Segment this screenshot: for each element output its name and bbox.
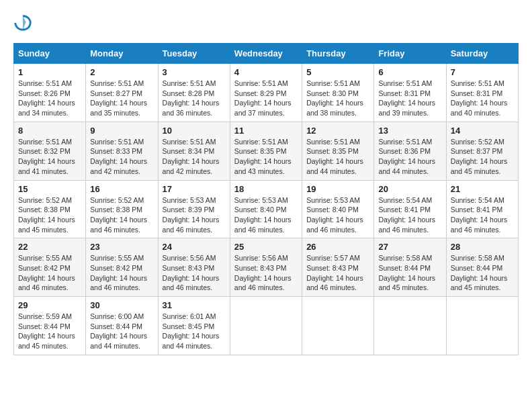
day-number: 5 — [306, 67, 369, 77]
calendar-day-cell: 23 Sunrise: 5:55 AM Sunset: 8:42 PM Dayl… — [86, 238, 158, 297]
calendar-week-row: 1 Sunrise: 5:51 AM Sunset: 8:26 PM Dayli… — [14, 64, 519, 122]
calendar-day-cell: 15 Sunrise: 5:52 AM Sunset: 8:38 PM Dayl… — [14, 180, 86, 238]
calendar-day-cell: 20 Sunrise: 5:54 AM Sunset: 8:41 PM Dayl… — [374, 180, 446, 238]
day-number: 25 — [234, 242, 298, 252]
day-info: Sunrise: 6:01 AM Sunset: 8:45 PM Dayligh… — [163, 312, 226, 351]
day-number: 7 — [451, 67, 514, 77]
day-info: Sunrise: 5:59 AM Sunset: 8:44 PM Dayligh… — [18, 312, 81, 351]
day-number: 17 — [163, 184, 226, 194]
calendar-header-row: SundayMondayTuesdayWednesdayThursdayFrid… — [14, 44, 519, 64]
day-number: 8 — [18, 126, 81, 136]
day-number: 16 — [90, 184, 153, 194]
calendar-day-cell: 21 Sunrise: 5:54 AM Sunset: 8:41 PM Dayl… — [446, 180, 518, 238]
day-number: 2 — [90, 67, 153, 77]
day-info: Sunrise: 5:53 AM Sunset: 8:40 PM Dayligh… — [306, 195, 369, 235]
day-number: 15 — [18, 184, 81, 194]
day-number: 14 — [451, 126, 514, 136]
day-number: 9 — [90, 126, 153, 136]
calendar-day-cell: 7 Sunrise: 5:51 AM Sunset: 8:31 PM Dayli… — [446, 64, 518, 122]
calendar-week-row: 29 Sunrise: 5:59 AM Sunset: 8:44 PM Dayl… — [14, 297, 519, 355]
weekday-header: Tuesday — [158, 44, 230, 64]
weekday-header: Saturday — [446, 44, 518, 64]
weekday-header: Thursday — [302, 44, 374, 64]
calendar-day-cell: 29 Sunrise: 5:59 AM Sunset: 8:44 PM Dayl… — [14, 297, 86, 355]
calendar-week-row: 22 Sunrise: 5:55 AM Sunset: 8:42 PM Dayl… — [14, 238, 519, 297]
calendar-day-cell: 27 Sunrise: 5:58 AM Sunset: 8:44 PM Dayl… — [374, 238, 446, 297]
day-number: 12 — [306, 126, 369, 136]
calendar-day-cell — [446, 297, 518, 355]
weekday-header: Sunday — [14, 44, 86, 64]
calendar-day-cell: 19 Sunrise: 5:53 AM Sunset: 8:40 PM Dayl… — [302, 180, 374, 238]
calendar-day-cell: 28 Sunrise: 5:58 AM Sunset: 8:44 PM Dayl… — [446, 238, 518, 297]
day-info: Sunrise: 5:58 AM Sunset: 8:44 PM Dayligh… — [451, 253, 514, 293]
day-info: Sunrise: 5:55 AM Sunset: 8:42 PM Dayligh… — [90, 253, 153, 293]
day-number: 11 — [234, 126, 298, 136]
day-info: Sunrise: 6:00 AM Sunset: 8:44 PM Dayligh… — [90, 312, 153, 351]
calendar-day-cell: 3 Sunrise: 5:51 AM Sunset: 8:28 PM Dayli… — [158, 64, 230, 122]
day-number: 18 — [234, 184, 298, 194]
calendar-day-cell: 18 Sunrise: 5:53 AM Sunset: 8:40 PM Dayl… — [230, 180, 302, 238]
day-info: Sunrise: 5:51 AM Sunset: 8:30 PM Dayligh… — [306, 79, 369, 118]
day-info: Sunrise: 5:51 AM Sunset: 8:32 PM Dayligh… — [18, 137, 81, 177]
day-info: Sunrise: 5:51 AM Sunset: 8:35 PM Dayligh… — [306, 137, 369, 177]
day-number: 22 — [18, 242, 81, 252]
calendar-day-cell: 17 Sunrise: 5:53 AM Sunset: 8:39 PM Dayl… — [158, 180, 230, 238]
day-number: 26 — [306, 242, 369, 252]
calendar-day-cell: 12 Sunrise: 5:51 AM Sunset: 8:35 PM Dayl… — [302, 122, 374, 180]
calendar-day-cell: 5 Sunrise: 5:51 AM Sunset: 8:30 PM Dayli… — [302, 64, 374, 122]
logo-icon — [13, 13, 32, 32]
calendar-day-cell: 2 Sunrise: 5:51 AM Sunset: 8:27 PM Dayli… — [86, 64, 158, 122]
calendar-day-cell: 30 Sunrise: 6:00 AM Sunset: 8:44 PM Dayl… — [86, 297, 158, 355]
day-info: Sunrise: 5:51 AM Sunset: 8:33 PM Dayligh… — [90, 137, 153, 177]
weekday-header: Monday — [86, 44, 158, 64]
day-info: Sunrise: 5:51 AM Sunset: 8:36 PM Dayligh… — [378, 137, 441, 177]
calendar-day-cell: 11 Sunrise: 5:51 AM Sunset: 8:35 PM Dayl… — [230, 122, 302, 180]
calendar-day-cell — [302, 297, 374, 355]
day-info: Sunrise: 5:56 AM Sunset: 8:43 PM Dayligh… — [234, 253, 298, 293]
day-info: Sunrise: 5:51 AM Sunset: 8:35 PM Dayligh… — [234, 137, 298, 177]
page-header — [13, 13, 519, 32]
day-info: Sunrise: 5:51 AM Sunset: 8:31 PM Dayligh… — [451, 79, 514, 118]
day-number: 29 — [18, 300, 81, 310]
calendar-table: SundayMondayTuesdayWednesdayThursdayFrid… — [13, 43, 519, 355]
calendar-day-cell: 9 Sunrise: 5:51 AM Sunset: 8:33 PM Dayli… — [86, 122, 158, 180]
day-number: 28 — [451, 242, 514, 252]
calendar-day-cell — [230, 297, 302, 355]
calendar-day-cell: 25 Sunrise: 5:56 AM Sunset: 8:43 PM Dayl… — [230, 238, 302, 297]
day-info: Sunrise: 5:55 AM Sunset: 8:42 PM Dayligh… — [18, 253, 81, 293]
day-number: 19 — [306, 184, 369, 194]
day-info: Sunrise: 5:51 AM Sunset: 8:29 PM Dayligh… — [234, 79, 298, 118]
calendar-week-row: 8 Sunrise: 5:51 AM Sunset: 8:32 PM Dayli… — [14, 122, 519, 180]
day-info: Sunrise: 5:51 AM Sunset: 8:27 PM Dayligh… — [90, 79, 153, 118]
day-number: 3 — [163, 67, 226, 77]
day-number: 4 — [234, 67, 298, 77]
day-info: Sunrise: 5:51 AM Sunset: 8:34 PM Dayligh… — [163, 137, 226, 177]
day-number: 20 — [378, 184, 441, 194]
calendar-day-cell: 1 Sunrise: 5:51 AM Sunset: 8:26 PM Dayli… — [14, 64, 86, 122]
day-info: Sunrise: 5:53 AM Sunset: 8:39 PM Dayligh… — [163, 195, 226, 235]
day-number: 6 — [378, 67, 441, 77]
day-info: Sunrise: 5:51 AM Sunset: 8:26 PM Dayligh… — [18, 79, 81, 118]
day-number: 23 — [90, 242, 153, 252]
calendar-day-cell: 8 Sunrise: 5:51 AM Sunset: 8:32 PM Dayli… — [14, 122, 86, 180]
day-number: 24 — [163, 242, 226, 252]
day-info: Sunrise: 5:51 AM Sunset: 8:31 PM Dayligh… — [378, 79, 441, 118]
day-info: Sunrise: 5:52 AM Sunset: 8:38 PM Dayligh… — [90, 195, 153, 235]
calendar-day-cell — [374, 297, 446, 355]
day-number: 30 — [90, 300, 153, 310]
day-info: Sunrise: 5:56 AM Sunset: 8:43 PM Dayligh… — [163, 253, 226, 293]
calendar-day-cell: 31 Sunrise: 6:01 AM Sunset: 8:45 PM Dayl… — [158, 297, 230, 355]
day-info: Sunrise: 5:53 AM Sunset: 8:40 PM Dayligh… — [234, 195, 298, 235]
day-info: Sunrise: 5:51 AM Sunset: 8:28 PM Dayligh… — [163, 79, 226, 118]
logo — [13, 13, 35, 32]
day-number: 13 — [378, 126, 441, 136]
calendar-day-cell: 13 Sunrise: 5:51 AM Sunset: 8:36 PM Dayl… — [374, 122, 446, 180]
day-number: 21 — [451, 184, 514, 194]
calendar-day-cell: 14 Sunrise: 5:52 AM Sunset: 8:37 PM Dayl… — [446, 122, 518, 180]
day-info: Sunrise: 5:58 AM Sunset: 8:44 PM Dayligh… — [378, 253, 441, 293]
day-info: Sunrise: 5:54 AM Sunset: 8:41 PM Dayligh… — [451, 195, 514, 235]
day-info: Sunrise: 5:57 AM Sunset: 8:43 PM Dayligh… — [306, 253, 369, 293]
day-number: 27 — [378, 242, 441, 252]
calendar-day-cell: 10 Sunrise: 5:51 AM Sunset: 8:34 PM Dayl… — [158, 122, 230, 180]
calendar-day-cell: 16 Sunrise: 5:52 AM Sunset: 8:38 PM Dayl… — [86, 180, 158, 238]
